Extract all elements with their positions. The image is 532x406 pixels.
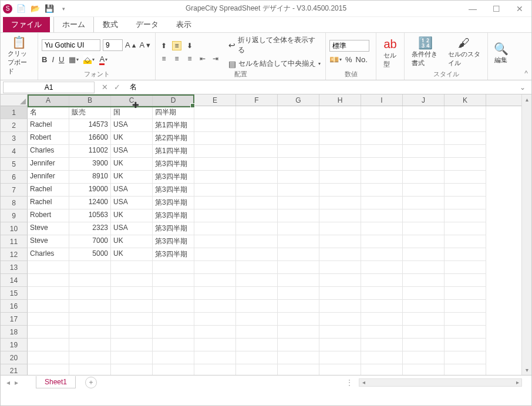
font-name-select[interactable] bbox=[42, 39, 100, 51]
ribbon-collapse-button[interactable]: ^ bbox=[524, 69, 528, 77]
paste-button[interactable]: 📋 クリップボード bbox=[4, 35, 34, 77]
cell[interactable] bbox=[319, 300, 361, 313]
cell[interactable] bbox=[403, 145, 445, 158]
row-header-15[interactable]: 15 bbox=[1, 287, 28, 300]
align-right-button[interactable]: ≡ bbox=[185, 54, 194, 63]
cell[interactable] bbox=[319, 132, 361, 145]
cell[interactable] bbox=[194, 287, 236, 300]
cell[interactable] bbox=[445, 339, 486, 351]
cell[interactable] bbox=[403, 351, 445, 364]
col-header-H[interactable]: H bbox=[319, 94, 361, 106]
cell[interactable]: 第3四半期 bbox=[153, 171, 194, 184]
cell[interactable] bbox=[361, 287, 403, 300]
align-left-button[interactable]: ≡ bbox=[159, 54, 169, 63]
cell[interactable]: Rachel bbox=[28, 184, 69, 197]
cell[interactable]: UK bbox=[111, 132, 153, 145]
cell[interactable] bbox=[236, 235, 278, 248]
border-button[interactable]: ▦▾ bbox=[69, 55, 79, 64]
row-header-16[interactable]: 16 bbox=[1, 300, 28, 313]
row-header-5[interactable]: 5 bbox=[1, 158, 28, 171]
cell[interactable] bbox=[278, 326, 319, 339]
cell[interactable] bbox=[278, 287, 319, 300]
percent-button[interactable]: % bbox=[345, 55, 352, 64]
formula-input[interactable] bbox=[127, 82, 516, 93]
cell[interactable] bbox=[445, 171, 486, 184]
cell[interactable] bbox=[445, 184, 486, 197]
close-button[interactable]: ✕ bbox=[508, 1, 531, 17]
cell[interactable]: 14573 bbox=[69, 119, 111, 132]
cell[interactable] bbox=[319, 235, 361, 248]
cell[interactable] bbox=[361, 132, 403, 145]
cell[interactable] bbox=[236, 119, 278, 132]
cell[interactable] bbox=[111, 274, 153, 287]
cell[interactable] bbox=[319, 222, 361, 235]
cell[interactable] bbox=[194, 222, 236, 235]
cell[interactable]: 3900 bbox=[69, 158, 111, 171]
cell[interactable]: 11002 bbox=[69, 145, 111, 158]
decrease-indent-button[interactable]: ⇤ bbox=[198, 54, 207, 63]
cell[interactable] bbox=[28, 300, 69, 313]
cell[interactable] bbox=[194, 132, 236, 145]
cell[interactable] bbox=[319, 287, 361, 300]
cell[interactable] bbox=[111, 351, 153, 364]
cell[interactable] bbox=[236, 171, 278, 184]
cell[interactable] bbox=[403, 274, 445, 287]
cell[interactable] bbox=[319, 339, 361, 351]
cell[interactable]: 16600 bbox=[69, 132, 111, 145]
row-header-11[interactable]: 11 bbox=[1, 235, 28, 248]
cell[interactable]: 第3四半期 bbox=[153, 158, 194, 171]
cell[interactable]: 5000 bbox=[69, 248, 111, 261]
conditional-format-button[interactable]: 🔢条件付き書式 bbox=[408, 36, 443, 69]
cell[interactable] bbox=[236, 261, 278, 274]
col-header-J[interactable]: J bbox=[403, 94, 445, 106]
cell[interactable] bbox=[445, 274, 486, 287]
save-icon[interactable]: 💾 bbox=[44, 4, 55, 14]
cell[interactable] bbox=[69, 326, 111, 339]
sheet-nav-prev[interactable]: ◂ bbox=[6, 378, 10, 387]
cell[interactable] bbox=[28, 261, 69, 274]
cell[interactable]: Charles bbox=[28, 145, 69, 158]
cell[interactable] bbox=[445, 287, 486, 300]
cell[interactable] bbox=[445, 145, 486, 158]
decrease-font-button[interactable]: A▼ bbox=[139, 40, 151, 49]
cell[interactable]: USA bbox=[111, 184, 153, 197]
cell[interactable] bbox=[278, 209, 319, 222]
cell[interactable] bbox=[403, 222, 445, 235]
cell[interactable]: USA bbox=[111, 197, 153, 209]
cell[interactable] bbox=[69, 300, 111, 313]
cell[interactable] bbox=[236, 364, 278, 375]
col-header-F[interactable]: F bbox=[236, 94, 278, 106]
cell[interactable] bbox=[278, 248, 319, 261]
cell[interactable] bbox=[361, 106, 403, 119]
currency-button[interactable]: 💴▾ bbox=[329, 55, 342, 64]
cell[interactable] bbox=[111, 326, 153, 339]
row-header-10[interactable]: 10 bbox=[1, 222, 28, 235]
cell[interactable]: USA bbox=[111, 222, 153, 235]
tab-formula[interactable]: 数式 bbox=[94, 16, 127, 32]
cell[interactable] bbox=[361, 145, 403, 158]
cell[interactable]: 2323 bbox=[69, 222, 111, 235]
cell[interactable]: 四半期 bbox=[153, 106, 194, 119]
row-header-13[interactable]: 13 bbox=[1, 261, 28, 274]
row-header-21[interactable]: 21 bbox=[1, 364, 28, 375]
align-center-button[interactable]: ≡ bbox=[172, 54, 181, 63]
cell[interactable]: 8910 bbox=[69, 171, 111, 184]
cell[interactable] bbox=[236, 339, 278, 351]
cell[interactable]: 国 bbox=[111, 106, 153, 119]
cell[interactable] bbox=[403, 132, 445, 145]
cell[interactable] bbox=[403, 261, 445, 274]
increase-font-button[interactable]: A▲ bbox=[125, 40, 137, 49]
cell[interactable] bbox=[194, 313, 236, 326]
cell[interactable] bbox=[236, 300, 278, 313]
cell[interactable] bbox=[361, 184, 403, 197]
cell[interactable] bbox=[445, 132, 486, 145]
italic-button[interactable]: I bbox=[52, 55, 54, 64]
wrap-text-button[interactable]: ↩折り返して全体を表示する bbox=[228, 35, 322, 55]
cell[interactable] bbox=[194, 197, 236, 209]
cell[interactable] bbox=[319, 351, 361, 364]
cell[interactable] bbox=[28, 364, 69, 375]
cell[interactable] bbox=[445, 119, 486, 132]
cell[interactable] bbox=[153, 364, 194, 375]
cell[interactable] bbox=[236, 197, 278, 209]
cell[interactable]: UK bbox=[111, 235, 153, 248]
